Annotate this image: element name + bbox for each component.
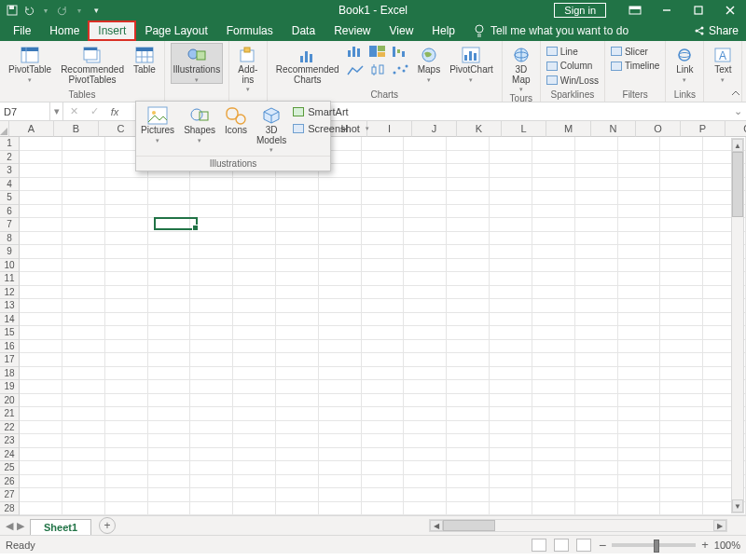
row-header-10[interactable]: 10 (0, 259, 20, 273)
select-all-button[interactable] (0, 121, 9, 137)
cell[interactable] (490, 151, 532, 165)
cell[interactable] (62, 461, 105, 475)
zoom-out-button[interactable]: − (599, 538, 606, 553)
cell[interactable] (618, 272, 661, 286)
cell[interactable] (490, 245, 532, 259)
cell[interactable] (404, 488, 447, 502)
cell[interactable] (20, 137, 62, 151)
formula-bar-expand-icon[interactable]: ⌄ (734, 105, 742, 117)
cell[interactable] (148, 340, 191, 354)
cell[interactable] (105, 380, 148, 394)
cell[interactable] (20, 340, 62, 354)
cell[interactable] (190, 299, 233, 313)
cell[interactable] (404, 299, 447, 313)
cell[interactable] (233, 488, 276, 502)
cell[interactable] (660, 380, 703, 394)
cell[interactable] (532, 245, 575, 259)
cell[interactable] (404, 191, 447, 205)
cell[interactable] (447, 191, 490, 205)
cell[interactable] (447, 380, 490, 394)
cell[interactable] (362, 286, 405, 300)
3d-models-button[interactable]: 3D Models▾ (252, 102, 291, 154)
scroll-up-icon[interactable]: ▲ (732, 139, 743, 152)
cell[interactable] (319, 367, 362, 381)
sign-in-button[interactable]: Sign in (554, 3, 606, 18)
cell[interactable] (148, 245, 191, 259)
cell[interactable] (490, 178, 532, 192)
cell[interactable] (276, 245, 319, 259)
cell[interactable] (660, 340, 703, 354)
cell[interactable] (105, 421, 148, 435)
link-button[interactable]: Link▾ (671, 43, 698, 84)
cell[interactable] (105, 326, 148, 340)
row-header-23[interactable]: 23 (0, 434, 20, 448)
cell[interactable] (447, 421, 490, 435)
cell[interactable] (105, 367, 148, 381)
cell[interactable] (404, 151, 447, 165)
cell[interactable] (618, 380, 661, 394)
cell[interactable] (362, 178, 405, 192)
cell[interactable] (404, 394, 447, 408)
cell[interactable] (532, 151, 575, 165)
addins-button[interactable]: Add- ins▾ (235, 43, 261, 93)
cell[interactable] (190, 461, 233, 475)
cell[interactable] (660, 448, 703, 462)
cell[interactable] (105, 259, 148, 273)
view-page-layout-icon[interactable] (554, 539, 569, 552)
cell[interactable] (233, 367, 276, 381)
cell[interactable] (233, 232, 276, 246)
row-header-13[interactable]: 13 (0, 299, 20, 313)
cell[interactable] (618, 218, 661, 232)
cell[interactable] (319, 299, 362, 313)
cell[interactable] (233, 340, 276, 354)
tab-insert[interactable]: Insert (89, 21, 135, 40)
cell[interactable] (148, 488, 191, 502)
cell[interactable] (575, 245, 618, 259)
cell[interactable] (660, 367, 703, 381)
cell[interactable] (618, 502, 661, 516)
cell[interactable] (447, 475, 490, 489)
cell[interactable] (447, 178, 490, 192)
cell[interactable] (660, 394, 703, 408)
cell[interactable] (105, 313, 148, 327)
cell[interactable] (532, 205, 575, 219)
cell[interactable] (490, 367, 532, 381)
tab-file[interactable]: File (4, 21, 40, 40)
row-header-24[interactable]: 24 (0, 448, 20, 462)
row-header-26[interactable]: 26 (0, 475, 20, 489)
cell[interactable] (319, 502, 362, 516)
cell[interactable] (532, 488, 575, 502)
cell[interactable] (490, 313, 532, 327)
cell[interactable] (105, 178, 148, 192)
cell[interactable] (532, 137, 575, 151)
cell[interactable] (62, 434, 105, 448)
cell[interactable] (319, 272, 362, 286)
cell[interactable] (62, 151, 105, 165)
cell[interactable] (362, 272, 405, 286)
cell[interactable] (148, 286, 191, 300)
row-header-6[interactable]: 6 (0, 205, 20, 219)
cell[interactable] (404, 353, 447, 367)
cell[interactable] (447, 286, 490, 300)
cell[interactable] (148, 434, 191, 448)
cell[interactable] (490, 475, 532, 489)
cell[interactable] (20, 380, 62, 394)
cell[interactable] (532, 326, 575, 340)
cell[interactable] (62, 367, 105, 381)
cell[interactable] (276, 178, 319, 192)
scroll-right-icon[interactable]: ▶ (713, 520, 726, 531)
cell[interactable] (105, 340, 148, 354)
cell[interactable] (319, 259, 362, 273)
cell[interactable] (105, 502, 148, 516)
cell[interactable] (62, 164, 105, 178)
cell[interactable] (20, 326, 62, 340)
cell[interactable] (618, 407, 661, 421)
cell[interactable] (62, 272, 105, 286)
cell[interactable] (190, 259, 233, 273)
cell[interactable] (618, 313, 661, 327)
cell[interactable] (62, 313, 105, 327)
cell[interactable] (20, 475, 62, 489)
chart-column-icon[interactable] (346, 45, 366, 61)
column-header-L[interactable]: L (502, 121, 546, 137)
vscroll-track[interactable] (732, 152, 743, 499)
